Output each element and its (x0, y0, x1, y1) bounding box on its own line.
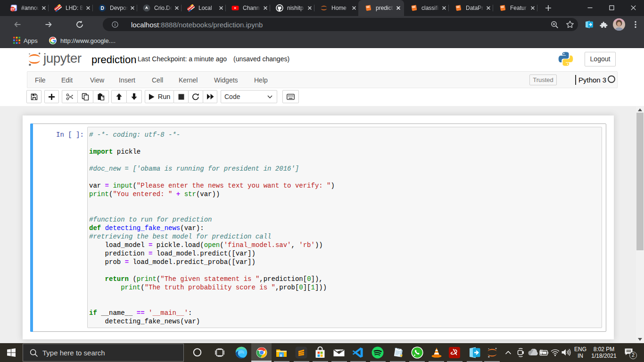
svg-text:27: 27 (11, 8, 15, 11)
svg-text:D: D (100, 6, 104, 11)
